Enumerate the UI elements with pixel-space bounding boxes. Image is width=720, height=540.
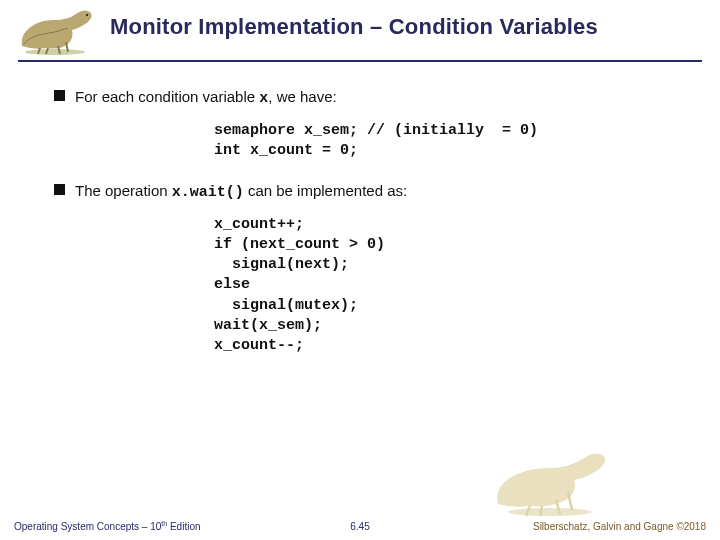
footer-left-b: Edition bbox=[167, 521, 200, 532]
footer-left: Operating System Concepts – 10th Edition bbox=[14, 520, 201, 532]
bullet-1-text: For each condition variable x, we have: bbox=[75, 86, 337, 109]
slide-title: Monitor Implementation – Condition Varia… bbox=[110, 14, 598, 40]
bullet-1-pre: For each condition variable bbox=[75, 88, 259, 105]
code-block-1: semaphore x_sem; // (initially = 0) int … bbox=[214, 121, 690, 162]
bullet-2-code: x.wait() bbox=[172, 184, 244, 201]
bullet-2-pre: The operation bbox=[75, 182, 172, 199]
dinosaur-watermark-icon bbox=[490, 448, 610, 518]
bullet-1: For each condition variable x, we have: bbox=[54, 86, 690, 109]
slide-header: Monitor Implementation – Condition Varia… bbox=[0, 0, 720, 70]
footer-center: 6.45 bbox=[350, 521, 369, 532]
bullet-1-post: , we have: bbox=[268, 88, 336, 105]
bullet-1-var: x bbox=[259, 90, 268, 107]
slide-content: For each condition variable x, we have: … bbox=[54, 86, 690, 374]
dinosaur-logo-icon bbox=[10, 6, 100, 56]
svg-point-0 bbox=[25, 49, 85, 55]
title-underline bbox=[18, 60, 702, 62]
svg-point-1 bbox=[86, 14, 88, 16]
code-block-2: x_count++; if (next_count > 0) signal(ne… bbox=[214, 215, 690, 357]
footer-right: Silberschatz, Galvin and Gagne ©2018 bbox=[533, 521, 706, 532]
footer-left-a: Operating System Concepts – 10 bbox=[14, 521, 161, 532]
square-bullet-icon bbox=[54, 90, 65, 101]
slide-footer: Operating System Concepts – 10th Edition… bbox=[0, 512, 720, 532]
bullet-2: The operation x.wait() can be implemente… bbox=[54, 180, 690, 203]
bullet-2-text: The operation x.wait() can be implemente… bbox=[75, 180, 407, 203]
bullet-2-post: can be implemented as: bbox=[244, 182, 407, 199]
square-bullet-icon bbox=[54, 184, 65, 195]
